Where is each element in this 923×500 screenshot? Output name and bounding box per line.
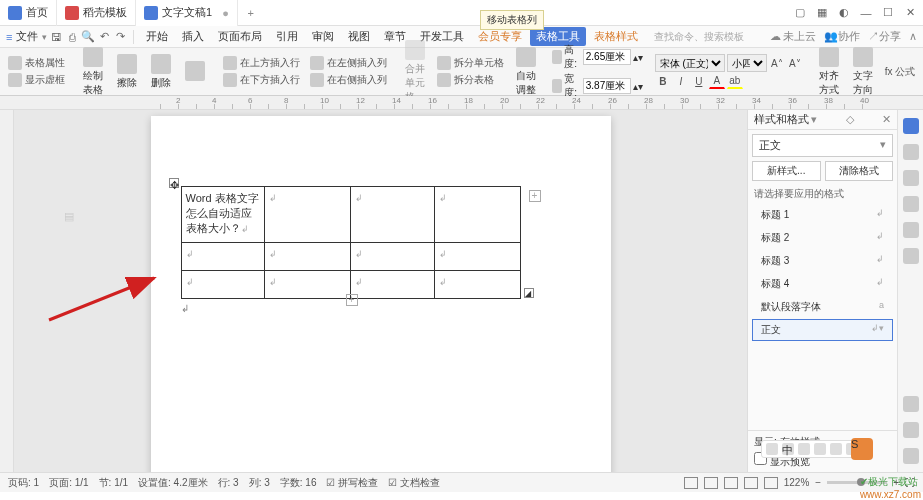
width-input[interactable] [583, 78, 631, 94]
table-add-row-icon[interactable]: + [346, 294, 358, 306]
tab-document[interactable]: 文字文稿1● [136, 0, 238, 26]
rail-clip-icon[interactable] [903, 222, 919, 238]
height-spinner[interactable]: ▴▾ [633, 52, 643, 63]
font-name-select[interactable]: 宋体 (正文) [655, 54, 725, 72]
document-canvas[interactable]: ✥ Word 表格文字怎么自动适应表格大小？↲ ↲ ↲ ↲ ↲ ↲ ↲ ↲ ↲ … [14, 110, 747, 490]
status-page[interactable]: 页码: 1 [8, 476, 39, 490]
tb-auto[interactable]: 自动调整 [512, 45, 540, 99]
menu-ref[interactable]: 引用 [270, 27, 304, 46]
rail-styles-icon[interactable] [903, 118, 919, 134]
view-page-icon[interactable] [684, 477, 698, 489]
bold-icon[interactable]: B [655, 73, 671, 89]
rail-tool2-icon[interactable] [903, 422, 919, 438]
style-item-h4[interactable]: 标题 4↲ [752, 273, 893, 295]
status-words[interactable]: 字数: 16 [280, 476, 317, 490]
tb-ins-left[interactable]: 在左侧插入列 [308, 55, 389, 71]
table-cell[interactable]: ↲ [351, 187, 435, 243]
collab-btn[interactable]: 👥协作 [824, 29, 860, 44]
table-cell[interactable]: ↲ [181, 243, 265, 271]
new-style-button[interactable]: 新样式... [752, 161, 821, 181]
user-icon[interactable]: ◐ [837, 6, 851, 20]
menu-review[interactable]: 审阅 [306, 27, 340, 46]
tb-fx[interactable]: fx 公式 [883, 64, 918, 80]
tab-home[interactable]: 首页 [0, 0, 57, 26]
view-read-icon[interactable] [744, 477, 758, 489]
rail-select-icon[interactable] [903, 144, 919, 160]
redo-icon[interactable]: ↷ [113, 30, 127, 44]
ruler-horizontal[interactable]: 246810121416182022242628303234363840 [0, 96, 923, 110]
ime-badge-icon[interactable]: S [851, 438, 873, 460]
highlight-icon[interactable]: ab [727, 73, 743, 89]
table-add-col-icon[interactable]: + [529, 190, 541, 202]
style-item-h1[interactable]: 标题 1↲ [752, 204, 893, 226]
style-item-h2[interactable]: 标题 2↲ [752, 227, 893, 249]
tb-del[interactable]: 删除 [147, 52, 175, 92]
view-web-icon[interactable] [724, 477, 738, 489]
width-spinner[interactable]: ▴▾ [633, 81, 643, 92]
undo-icon[interactable]: ↶ [97, 30, 111, 44]
grid-icon[interactable]: ▦ [815, 6, 829, 20]
skin-icon[interactable]: ▢ [793, 6, 807, 20]
tb-align[interactable]: 对齐方式 [815, 45, 843, 99]
tb-erase[interactable]: 擦除 [113, 52, 141, 92]
share-btn[interactable]: ↗分享 [868, 29, 901, 44]
rail-shapes-icon[interactable] [903, 170, 919, 186]
table-cell[interactable]: ↲ [434, 243, 520, 271]
font-shrink-icon[interactable]: A˅ [787, 55, 803, 71]
clear-format-button[interactable]: 清除格式 [825, 161, 894, 181]
table-cell[interactable]: ↲ [265, 243, 351, 271]
tb-ins-right[interactable]: 在右侧插入列 [308, 72, 389, 88]
word-table[interactable]: Word 表格文字怎么自动适应表格大小？↲ ↲ ↲ ↲ ↲ ↲ ↲ ↲ ↲ ↲ … [181, 186, 521, 299]
cloud-status[interactable]: ☁未上云 [770, 29, 816, 44]
tb-ins-up[interactable]: 在上方插入行 [221, 55, 302, 71]
zoom-value[interactable]: 122% [784, 477, 810, 488]
view-outline-icon[interactable] [704, 477, 718, 489]
tb-props[interactable]: 表格属性 [6, 55, 67, 71]
save-icon[interactable]: 🖫 [49, 30, 63, 44]
minimize-icon[interactable]: — [859, 6, 873, 20]
menu-start[interactable]: 开始 [140, 27, 174, 46]
tb-show-edge[interactable]: 显示虚框 [6, 72, 67, 88]
table-move-handle[interactable]: ✥ [169, 178, 179, 188]
table-cell[interactable]: Word 表格文字怎么自动适应表格大小？↲ [181, 187, 265, 243]
tb-summary[interactable] [181, 59, 209, 85]
style-item-h3[interactable]: 标题 3↲ [752, 250, 893, 272]
table-resize-handle[interactable]: ◢ [524, 288, 534, 298]
menu-search[interactable]: 查找命令、搜索模板 [654, 30, 744, 44]
close-icon[interactable]: ✕ [903, 6, 917, 20]
status-spell[interactable]: ☑ 拼写检查 [326, 476, 378, 490]
tb-ins-down[interactable]: 在下方插入行 [221, 72, 302, 88]
view-focus-icon[interactable] [764, 477, 778, 489]
style-item-body[interactable]: 正文↲▾ [752, 319, 893, 341]
ruler-vertical[interactable] [0, 110, 14, 490]
tb-draw[interactable]: 绘制表格 [79, 45, 107, 99]
font-size-select[interactable]: 小四 [727, 54, 767, 72]
ime-strip[interactable]: 中 [761, 440, 863, 458]
table-cell[interactable]: ↲ [265, 187, 351, 243]
font-grow-icon[interactable]: A˄ [769, 55, 785, 71]
rail-cloud-icon[interactable] [903, 248, 919, 264]
tb-dir[interactable]: 文字方向 [849, 45, 877, 99]
preview-icon[interactable]: 🔍 [81, 30, 95, 44]
table-cell[interactable]: ↲ [351, 271, 435, 299]
menu-view[interactable]: 视图 [342, 27, 376, 46]
menu-insert[interactable]: 插入 [176, 27, 210, 46]
print-icon[interactable]: ⎙ [65, 30, 79, 44]
table-cell[interactable]: ↲ [434, 187, 520, 243]
menu-file[interactable]: ≡文件▾ [6, 29, 47, 44]
menu-collapse-icon[interactable]: ∧ [909, 30, 917, 43]
zoom-out-icon[interactable]: − [815, 477, 821, 488]
tb-split-cell[interactable]: 拆分单元格 [435, 55, 506, 71]
menu-layout[interactable]: 页面布局 [212, 27, 268, 46]
rail-limit-icon[interactable] [903, 196, 919, 212]
style-item-default-font[interactable]: 默认段落字体a [752, 296, 893, 318]
tab-add[interactable]: + [238, 7, 264, 19]
italic-icon[interactable]: I [673, 73, 689, 89]
rail-tool1-icon[interactable] [903, 396, 919, 412]
table-cell[interactable]: ↲ [265, 271, 351, 299]
panel-close-icon[interactable]: ✕ [882, 113, 891, 126]
status-pages[interactable]: 页面: 1/1 [49, 476, 88, 490]
current-style-select[interactable]: 正文▾ [752, 134, 893, 157]
tb-split-tbl[interactable]: 拆分表格 [435, 72, 506, 88]
status-doccheck[interactable]: ☑ 文档检查 [388, 476, 440, 490]
